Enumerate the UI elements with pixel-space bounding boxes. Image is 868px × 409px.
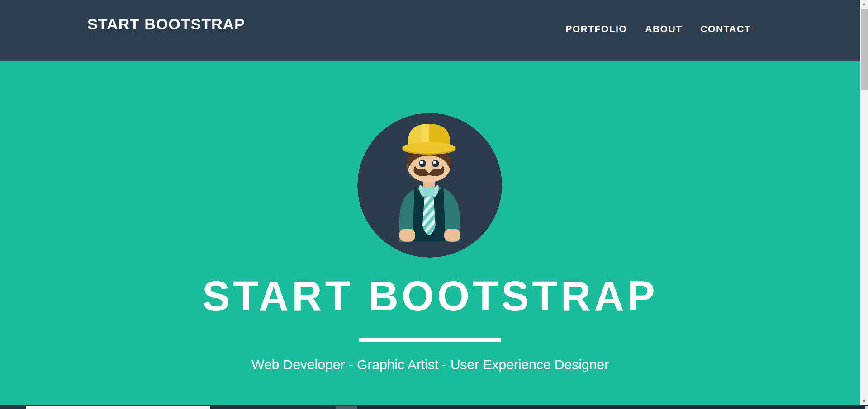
nav-link-portfolio[interactable]: PORTFOLIO xyxy=(556,24,636,34)
taskbar-search-segment[interactable] xyxy=(26,406,210,409)
taskbar-icons-segment xyxy=(210,406,336,409)
construction-worker-avatar-icon xyxy=(357,113,502,258)
nav-link-contact[interactable]: CONTACT xyxy=(691,24,751,34)
scroll-up-icon[interactable]: ▲ xyxy=(860,0,868,8)
hero-section: START BOOTSTRAP Web Developer - Graphic … xyxy=(0,61,860,405)
taskbar-rest-segment xyxy=(357,406,865,409)
hero-subtitle: Web Developer - Graphic Artist - User Ex… xyxy=(0,356,860,374)
vertical-scrollbar-thumb[interactable] xyxy=(861,9,868,90)
vertical-scrollbar[interactable]: ▲ ▼ xyxy=(860,0,868,405)
nav-link-about[interactable]: ABOUT xyxy=(636,24,691,34)
taskbar-strip xyxy=(0,405,868,409)
hero-title: START BOOTSTRAP xyxy=(0,273,860,319)
hero-divider xyxy=(359,338,501,342)
scroll-down-icon[interactable]: ▼ xyxy=(860,398,868,405)
navbar: START BOOTSTRAP PORTFOLIO ABOUT CONTACT xyxy=(0,0,860,61)
navbar-brand[interactable]: START BOOTSTRAP xyxy=(87,16,245,32)
taskbar-corner-segment xyxy=(865,406,868,409)
taskbar-start-segment[interactable] xyxy=(0,406,26,409)
taskbar-active-app-segment[interactable] xyxy=(336,406,357,409)
navbar-links: PORTFOLIO ABOUT CONTACT xyxy=(556,24,751,34)
